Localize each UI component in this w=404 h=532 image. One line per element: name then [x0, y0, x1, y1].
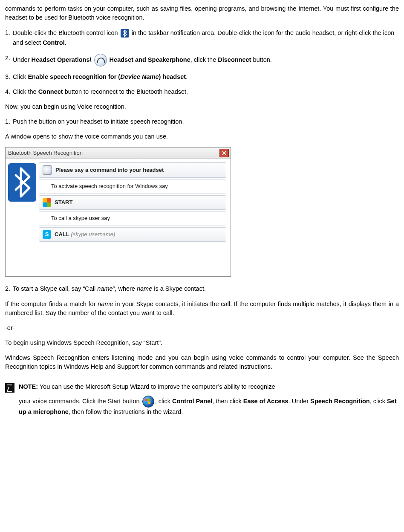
- skype-step-2-number: 2.: [5, 284, 13, 293]
- note-label: NOTE:: [19, 383, 38, 390]
- step-4-tail: button to reconnect to the Bluetooth hea…: [63, 88, 188, 95]
- activate-hint-text: To activate speech recognition for Windo…: [51, 182, 168, 191]
- window-bluetooth-panel: [6, 159, 39, 277]
- note-text: NOTE: You can use the Microsoft Setup Wi…: [19, 382, 399, 416]
- note-line-3b: , click: [370, 397, 387, 404]
- push-step-1-text: Push the button on your headset to initi…: [13, 117, 399, 126]
- note-line-3a: . Under: [289, 397, 311, 404]
- note-icon: [5, 383, 14, 393]
- step-3-b2: ) headset: [159, 73, 186, 80]
- step-2-pre: Under: [13, 56, 32, 63]
- call-command-arg: (skype username): [71, 231, 115, 237]
- step-4-pre: Click the: [13, 88, 38, 95]
- bluetooth-logo-icon: [8, 163, 36, 202]
- step-1-control: Control: [43, 39, 65, 46]
- skype-icon: [43, 230, 51, 239]
- step-2: 2. Under Headset Operations\ Headset and…: [5, 54, 399, 66]
- match-paragraph: If the computer finds a match for name i…: [5, 300, 399, 318]
- note-line-2a: your voice commands. Click the Start but…: [19, 397, 141, 404]
- s2-mid: ”, where: [113, 285, 137, 292]
- start-command-text: START: [55, 199, 72, 207]
- step-1-number: 1.: [5, 28, 13, 48]
- step-1-text: Double-click the Bluetooth control icon …: [13, 28, 399, 48]
- step-4-number: 4.: [5, 87, 13, 96]
- step-3-device: Device Name: [120, 73, 159, 80]
- note-control-panel: Control Panel: [172, 397, 212, 404]
- start-command-row: START: [39, 195, 226, 210]
- step-2-b3: Disconnect: [218, 56, 251, 63]
- note-block: NOTE: You can use the Microsoft Setup Wi…: [5, 382, 399, 416]
- skype-hint-text: To call a skype user say: [51, 214, 110, 223]
- windows-icon: [43, 198, 51, 207]
- headset-icon: [94, 54, 107, 66]
- listening-paragraph: Windows Speech Recognition enters listen…: [5, 353, 399, 371]
- or-separator: -or-: [5, 324, 399, 332]
- window-title: Bluetooth Speech Recognition: [8, 149, 83, 157]
- s2-tail: is a Skype contact.: [152, 285, 206, 292]
- match-pre: If the computer finds a match for: [5, 301, 98, 307]
- match-name: name: [98, 301, 113, 307]
- note-line-3c: , then follow the instructions in the wi…: [69, 408, 183, 415]
- step-2-number: 2.: [5, 54, 13, 66]
- skype-step-2-text: To start a Skype call, say “Call name”, …: [13, 284, 399, 293]
- window-opens: A window opens to show the voice command…: [5, 132, 399, 141]
- call-command-text: CALL: [55, 231, 69, 237]
- step-2-tail: button.: [251, 56, 271, 63]
- skype-hint-row: To call a skype user say: [39, 211, 226, 226]
- command-list: Please say a command into your headset T…: [39, 159, 231, 277]
- skype-step-2: 2. To start a Skype call, say “Call name…: [5, 284, 399, 293]
- step-3-tail: .: [186, 73, 188, 80]
- step-1-tail: .: [65, 39, 66, 46]
- bluetooth-tray-icon: [121, 29, 129, 38]
- note-ease-of-access: Ease of Access: [243, 397, 289, 404]
- step-2-b2: Headset and Speakerphone: [110, 56, 190, 63]
- window-close-button[interactable]: [219, 149, 229, 157]
- step-1: 1. Double-click the Bluetooth control ic…: [5, 28, 399, 48]
- step-2-text: Under Headset Operations\ Headset and Sp…: [13, 54, 399, 66]
- push-step-1-number: 1.: [5, 117, 13, 126]
- step-4: 4. Click the Connect button to reconnect…: [5, 87, 399, 96]
- window-titlebar: Bluetooth Speech Recognition: [6, 147, 231, 159]
- step-3-number: 3.: [5, 72, 13, 81]
- speech-recognition-window: Bluetooth Speech Recognition Please say …: [5, 147, 231, 277]
- note-line-2c: , then click: [212, 397, 243, 404]
- s2-name-2: name: [137, 285, 152, 292]
- headset-small-icon: [43, 165, 52, 175]
- note-line-1: You can use the Microsoft Setup Wizard t…: [38, 383, 275, 390]
- step-3-b1: Enable speech recognition for (: [28, 73, 120, 80]
- step-3-pre: Click: [13, 73, 28, 80]
- step-4-text: Click the Connect button to reconnect to…: [13, 87, 399, 96]
- activate-hint-row: To activate speech recognition for Windo…: [39, 179, 226, 194]
- intro-paragraph: commands to perform tasks on your comput…: [5, 4, 399, 22]
- now-line: Now, you can begin using Voice recogniti…: [5, 102, 399, 111]
- step-3: 3. Click Enable speech recognition for (…: [5, 72, 399, 81]
- command-prompt-text: Please say a command into your headset: [55, 166, 164, 174]
- step-2-b1: Headset Operations\: [32, 56, 92, 63]
- push-step-1: 1. Push the button on your headset to in…: [5, 117, 399, 126]
- step-3-text: Click Enable speech recognition for (Dev…: [13, 72, 399, 81]
- step-1-pre: Double-click the Bluetooth control icon: [13, 29, 120, 36]
- start-line: To begin using Windows Speech Recognitio…: [5, 338, 399, 347]
- s2-name-1: name: [97, 285, 113, 292]
- note-line-2b: , click: [155, 397, 172, 404]
- s2-pre: To start a Skype call, say “Call: [13, 285, 97, 292]
- step-2-post: , click the: [190, 56, 218, 63]
- call-command-row: CALL (skype username): [39, 227, 226, 242]
- start-button-icon: [142, 396, 154, 408]
- step-4-b1: Connect: [38, 88, 63, 95]
- note-speech-recognition: Speech Recognition: [310, 397, 369, 404]
- command-prompt-row: Please say a command into your headset: [39, 162, 226, 178]
